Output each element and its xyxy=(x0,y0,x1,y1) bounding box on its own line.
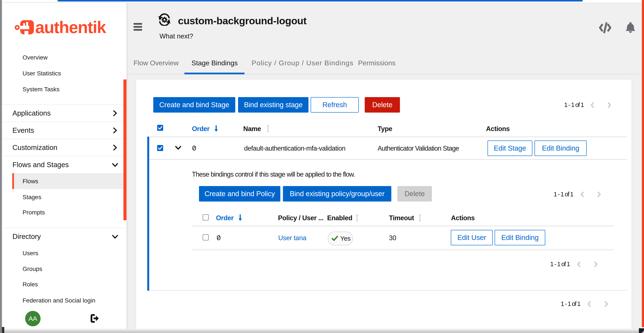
svg-text:authentik: authentik xyxy=(35,18,106,37)
